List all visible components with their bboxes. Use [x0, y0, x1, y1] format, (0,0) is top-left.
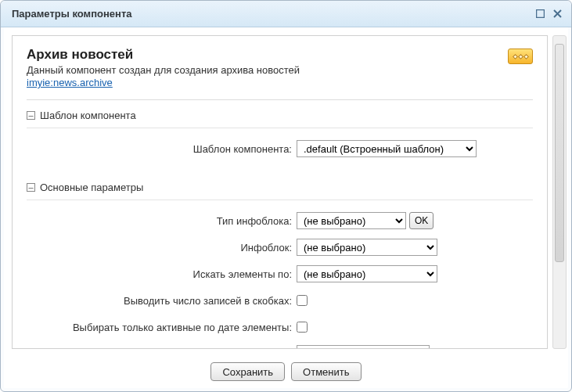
input-last-n-months[interactable] [297, 345, 430, 349]
dialog-title: Параметры компонента [12, 8, 529, 20]
checkbox-active-by-date[interactable] [297, 322, 308, 333]
row-active-by-date: Выбирать только активные по дате элемент… [27, 318, 533, 336]
checkbox-count-brackets[interactable] [297, 295, 308, 306]
label-search-by: Искать элементы по: [27, 268, 297, 280]
close-icon[interactable] [551, 8, 563, 20]
scrollbar[interactable] [552, 35, 567, 349]
section-template-header[interactable]: – Шаблон компонента [27, 106, 533, 128]
collapse-icon: – [27, 183, 35, 192]
select-search-by[interactable]: (не выбрано) [297, 265, 437, 282]
row-count-brackets: Выводить число записей в скобках: [27, 291, 533, 310]
section-template-title: Шаблон компонента [40, 110, 136, 121]
titlebar: Параметры компонента [1, 1, 571, 27]
content-wrap: Архив новостей Данный компонент создан д… [1, 27, 571, 357]
content-panel: Архив новостей Данный компонент создан д… [12, 35, 548, 349]
cancel-button[interactable]: Отменить [291, 362, 361, 381]
divider [27, 99, 533, 100]
select-iblock-type[interactable]: (не выбрано) [297, 212, 406, 229]
label-iblock-type: Тип инфоблока: [27, 215, 297, 227]
label-iblock: Инфоблок: [27, 242, 297, 254]
select-template[interactable]: .default (Встроенный шаблон) [297, 140, 477, 157]
select-iblock[interactable]: (не выбрано) [297, 239, 437, 256]
dialog-window: Параметры компонента Архив новостей Данн… [0, 0, 572, 392]
row-last-n-months: Просматривать последние N месяцев: [27, 344, 533, 349]
save-button[interactable]: Сохранить [210, 362, 285, 381]
section-main-header[interactable]: – Основные параметры [27, 178, 533, 200]
scrollbar-thumb[interactable] [555, 44, 564, 262]
collapse-icon: – [27, 111, 35, 120]
row-iblock: Инфоблок: (не выбрано) [27, 238, 533, 257]
svg-rect-0 [536, 10, 544, 18]
dialog-footer: Сохранить Отменить [1, 357, 571, 391]
label-last-n-months: Просматривать последние N месяцев: [27, 348, 297, 350]
ok-button[interactable]: OK [409, 212, 433, 229]
component-header: Архив новостей Данный компонент создан д… [27, 47, 533, 88]
label-template: Шаблон компонента: [27, 143, 297, 155]
label-count-brackets: Выводить число записей в скобках: [27, 295, 297, 307]
component-link[interactable]: imyie:news.archive [27, 77, 113, 88]
maximize-icon[interactable] [534, 8, 546, 20]
component-description: Данный компонент создан для создания арх… [27, 64, 508, 76]
row-iblock-type: Тип инфоблока: (не выбрано) OK [27, 211, 533, 230]
label-active-by-date: Выбирать только активные по дате элемент… [27, 322, 297, 333]
component-badge-icon [508, 49, 533, 64]
section-main-title: Основные параметры [40, 182, 143, 193]
row-template: Шаблон компонента: .default (Встроенный … [27, 139, 533, 158]
component-title: Архив новостей [27, 47, 508, 63]
row-search-by: Искать элементы по: (не выбрано) [27, 264, 533, 283]
